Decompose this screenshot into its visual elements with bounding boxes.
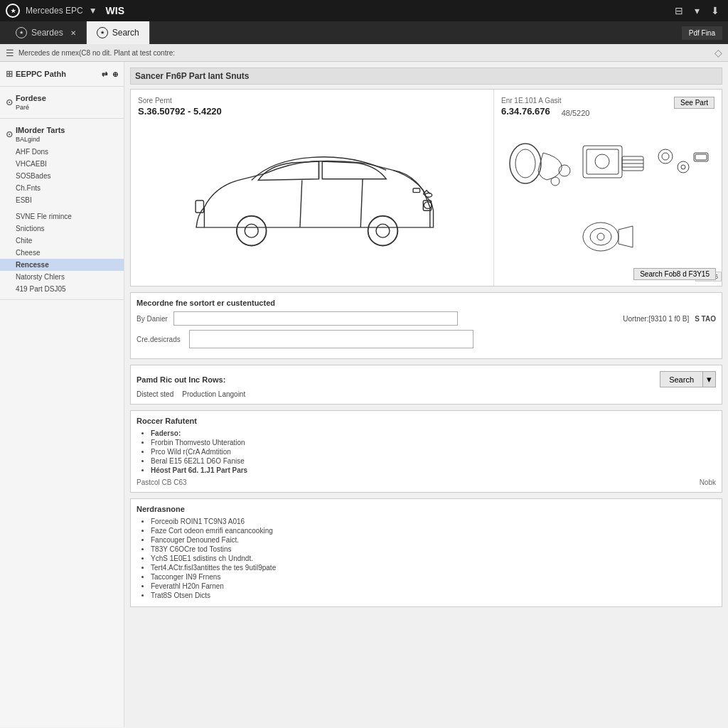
- note-item-6: Tert4.ACtr.fisl3antittes the tes 9util9p…: [151, 564, 716, 572]
- search-related-button[interactable]: Search Fob8 d F3Y15: [633, 268, 716, 280]
- result-title: Roccer Rafutent: [136, 417, 716, 425]
- svg-point-18: [595, 154, 609, 168]
- topbar-icons: ⊟ ▾ ⬇: [672, 4, 722, 18]
- part-svg-4: [579, 219, 636, 255]
- by-label: By Danier: [136, 315, 168, 323]
- result-header-1: Faderso:: [151, 429, 716, 437]
- sidebar-section-header-imorder[interactable]: ⊙ IMorder TartsBALgind: [0, 123, 124, 146]
- vehicle-right-panel: See Part Enr 1E.101 A Gasit 6.34.76.676 …: [494, 90, 722, 286]
- see-part-button[interactable]: See Part: [674, 97, 714, 109]
- svg-line-1: [300, 181, 302, 228]
- parts-subvalue: 48/5220: [562, 109, 590, 117]
- sidebar-imorder-label: IMorder TartsBALgind: [16, 126, 65, 143]
- part-svg-3: [655, 146, 712, 181]
- download-icon[interactable]: ⬇: [708, 4, 722, 18]
- info-section: Mecordne fne sortort er custentucted By …: [130, 292, 722, 359]
- vehicle-panel: Sore Pernt S.36.50792 - 5.4220: [130, 89, 722, 287]
- right-label: Uortner:[9310 1 f0 B]: [623, 315, 689, 323]
- by-input[interactable]: [173, 311, 458, 326]
- svg-rect-16: [583, 146, 622, 178]
- svg-point-15: [551, 177, 560, 186]
- result-footer: Pastcol CB C63 Nobk: [136, 478, 716, 486]
- svg-rect-17: [587, 149, 619, 174]
- sidebar-item-chf[interactable]: Ch.Fnts: [0, 182, 124, 194]
- minimize-icon[interactable]: ⊟: [672, 4, 686, 18]
- right-value: S TAO: [695, 315, 716, 323]
- sidebar-item-svne[interactable]: SVNE Fle rimince: [0, 210, 124, 223]
- topbar: ★ Mercedes EPC ▼ WIS ⊟ ▾ ⬇: [0, 0, 728, 21]
- diamond-icon[interactable]: ◇: [714, 47, 722, 58]
- svg-point-5: [368, 216, 398, 246]
- info-section-title: Mecordne fne sortort er custentucted: [136, 299, 716, 307]
- sidebar-item-esbi[interactable]: ESBI: [0, 194, 124, 206]
- notes-title: Nerdrasnone: [136, 505, 716, 513]
- sidebar-item-chite[interactable]: Chite: [0, 235, 124, 247]
- svg-point-4: [245, 224, 258, 237]
- sidebar-item-vhc[interactable]: VHCAEBI: [0, 158, 124, 170]
- notes-section: Nerdrasnone Forceoib ROIN1 TC9N3 A016 Fa…: [130, 498, 722, 607]
- vehicle-value: S.36.50792 - 5.4220: [138, 106, 486, 117]
- vehicle-label: Sore Pernt: [138, 97, 486, 105]
- sidebar-sort-icon[interactable]: ⇄: [102, 70, 107, 78]
- app-title-arrow[interactable]: ▼: [89, 6, 97, 16]
- sidebar-item-cheese[interactable]: Cheese: [0, 247, 124, 259]
- vehicle-left-panel: Sore Pernt S.36.50792 - 5.4220: [131, 90, 494, 286]
- result-footer-right: Nobk: [700, 478, 716, 486]
- breadcrumb-bar: ☰ Mercedes de nmex(C8 no dit. Plant at t…: [0, 44, 728, 62]
- menu-icon[interactable]: ☰: [6, 48, 14, 58]
- result-list: Faderso: Frorbin Thomvesto Uhteration Pr…: [136, 429, 716, 474]
- note-item-8: Feverathl H20n Farnen: [151, 582, 716, 590]
- sidebar-icon-1: ⊞: [6, 69, 13, 79]
- part-svg-2: [579, 139, 651, 188]
- production-langoint-label: Production Langoint: [182, 390, 245, 398]
- svg-rect-28: [695, 154, 707, 160]
- pdf-button[interactable]: Pdf Fina: [682, 26, 722, 40]
- sidebar-item-sos[interactable]: SOSBades: [0, 170, 124, 182]
- sidebar-item-natorsty[interactable]: Natorsty Chlers: [0, 271, 124, 283]
- result-footer-left: Pastcol CB C63: [136, 478, 187, 486]
- criteria-header: Pamd Ric out Inc Rows: Search ▾: [136, 371, 716, 387]
- sidebar-section-header-fordese[interactable]: ⊙ FordeseParé: [0, 91, 124, 114]
- note-item-1: Forceoib ROIN1 TC9N3 A016: [151, 518, 716, 525]
- info-row-2: Cre.desicrads: [136, 330, 716, 348]
- credentials-input[interactable]: [189, 330, 473, 348]
- sidebar-eeppc-label: EEPPC Pathh: [16, 70, 66, 78]
- svg-line-2: [360, 179, 363, 228]
- sidebar-section-imorder: ⊙ IMorder TartsBALgind AHF Dons VHCAEBI …: [0, 119, 124, 300]
- search-dropdown-arrow[interactable]: ▾: [703, 371, 716, 387]
- tab-label-1: Seardes: [31, 28, 63, 38]
- tab-search1[interactable]: ★ Seardes ✕: [6, 21, 87, 44]
- parts-value: 6.34.76.676: [501, 106, 550, 117]
- tab-search2[interactable]: ★ Search: [87, 21, 150, 44]
- svg-point-30: [590, 228, 611, 245]
- expand-icon[interactable]: ▾: [692, 4, 702, 18]
- content-section-title: Sancer Fn6P Part lant Snuts: [130, 68, 722, 85]
- note-item-7: Tacconger IN9 Frnens: [151, 573, 716, 581]
- sidebar-section-header-eeppc[interactable]: ⊞ EEPPC Pathh ⇄ ⊕: [0, 66, 124, 82]
- tab-close-1[interactable]: ✕: [70, 29, 76, 37]
- criteria-title: Pamd Ric out Inc Rows:: [136, 375, 225, 384]
- svg-point-26: [681, 165, 685, 169]
- sidebar-item-rencesse[interactable]: Rencesse: [0, 259, 124, 271]
- car-svg: [184, 129, 440, 272]
- note-item-5: YchS 1E0E1 sdistins ch Undndt.: [151, 555, 716, 562]
- part-svg-1: [504, 139, 575, 188]
- content-area: Sancer Fn6P Part lant Snuts Sore Pernt S…: [124, 62, 728, 727]
- note-item-3: Fancouger Denouned Faict.: [151, 536, 716, 544]
- info-row-1: By Danier Uortner:[9310 1 f0 B] S TAO: [136, 311, 716, 326]
- tab-logo-1: ★: [16, 27, 27, 38]
- sidebar-item-419[interactable]: 419 Part DSJ05: [0, 283, 124, 295]
- note-item-4: T83Y C6OCre tod Tostins: [151, 545, 716, 553]
- search-button[interactable]: Search: [660, 371, 703, 387]
- result-item-2: Prco Wild r(CrA Admtition: [151, 448, 716, 456]
- svg-point-25: [678, 161, 689, 173]
- svg-point-31: [597, 233, 604, 240]
- result-item-1: Frorbin Thomvesto Uhteration: [151, 439, 716, 446]
- sidebar-add-icon[interactable]: ⊕: [112, 70, 118, 78]
- sidebar-item-snictions[interactable]: Snictions: [0, 223, 124, 235]
- sidebar-item-ahf[interactable]: AHF Dons: [0, 146, 124, 158]
- sidebar-icon-3: ⊙: [6, 129, 13, 139]
- criteria-section: Pamd Ric out Inc Rows: Search ▾ Distect …: [130, 365, 722, 405]
- svg-point-6: [376, 224, 390, 237]
- svg-point-13: [515, 149, 535, 178]
